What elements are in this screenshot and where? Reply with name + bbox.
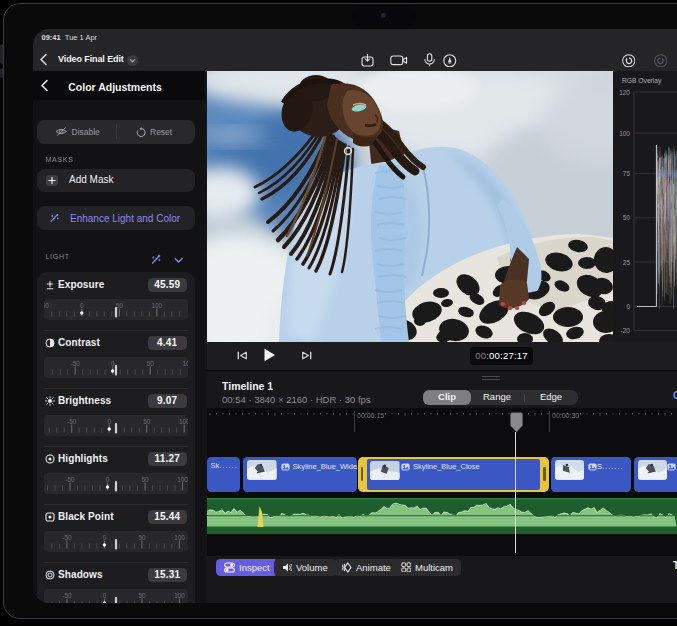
svg-text:0: 0 bbox=[111, 360, 115, 367]
svg-text:25: 25 bbox=[623, 259, 631, 266]
svg-text:0: 0 bbox=[106, 476, 110, 483]
svg-text:0: 0 bbox=[103, 592, 107, 599]
svg-text:100: 100 bbox=[179, 418, 188, 425]
svg-text:50: 50 bbox=[147, 360, 155, 367]
svg-text:-50: -50 bbox=[65, 476, 75, 483]
svg-text:RGB Overlay: RGB Overlay bbox=[622, 77, 662, 85]
svg-text:100: 100 bbox=[619, 130, 630, 137]
svg-text:100: 100 bbox=[182, 360, 188, 367]
svg-text:0: 0 bbox=[626, 303, 630, 310]
svg-text:75: 75 bbox=[623, 170, 631, 177]
svg-text:50: 50 bbox=[141, 476, 149, 483]
svg-text:120: 120 bbox=[619, 89, 630, 96]
svg-text:-50: -50 bbox=[62, 534, 72, 541]
svg-text:-20: -20 bbox=[621, 327, 631, 334]
svg-text:50: 50 bbox=[138, 534, 146, 541]
svg-text:50: 50 bbox=[143, 418, 151, 425]
svg-text:-50: -50 bbox=[67, 418, 77, 425]
svg-text:-50: -50 bbox=[62, 592, 72, 599]
svg-text:100: 100 bbox=[177, 476, 188, 483]
svg-text:50: 50 bbox=[138, 592, 146, 599]
svg-text:-50: -50 bbox=[44, 302, 49, 309]
svg-text:0: 0 bbox=[103, 534, 107, 541]
svg-text:100: 100 bbox=[174, 592, 185, 599]
svg-text:100: 100 bbox=[152, 302, 163, 309]
svg-text:50: 50 bbox=[623, 214, 631, 221]
svg-text:0: 0 bbox=[107, 418, 111, 425]
svg-text:100: 100 bbox=[174, 534, 185, 541]
svg-text:-50: -50 bbox=[71, 360, 81, 367]
svg-text:0: 0 bbox=[80, 302, 84, 309]
